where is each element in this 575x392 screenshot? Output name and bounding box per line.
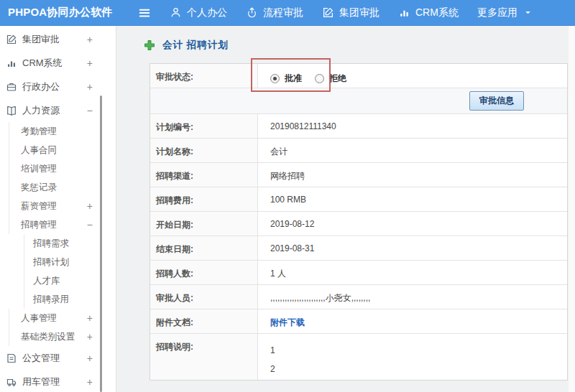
nav-item-label: 集团审批 <box>339 6 380 19</box>
radio-option-拒绝[interactable]: 拒绝 <box>315 73 346 85</box>
expand-toggle-icon[interactable]: + <box>87 34 93 45</box>
field-value: 20190812111340 <box>258 114 567 138</box>
page-title: 会计 招聘计划 <box>144 39 229 52</box>
sidebar-item-label: 行政办公 <box>22 80 60 93</box>
field-label: 招聘渠道: <box>150 163 258 187</box>
field-value: 12 <box>258 334 567 380</box>
description-line: 1 <box>270 341 567 360</box>
radio-label: 批准 <box>285 73 302 85</box>
table-row-status: 审批状态: 批准拒绝 <box>150 64 567 88</box>
expand-toggle-icon[interactable]: + <box>87 81 93 93</box>
edit-icon <box>6 34 17 45</box>
field-value: 附件下载 <box>258 309 567 333</box>
radio-unselected-icon[interactable] <box>315 74 324 83</box>
sidebar-item-行政办公[interactable]: 行政办公+ <box>0 75 116 98</box>
top-nav: 个人办公流程审批集团审批CRM系统更多应用 <box>170 6 551 19</box>
field-label: 审批状态: <box>150 64 258 88</box>
page-title-text: 会计 招聘计划 <box>162 39 229 52</box>
sidebar-item-label: 人力资源 <box>22 104 60 117</box>
add-icon <box>144 39 155 51</box>
approval-info-button[interactable]: 审批信息 <box>469 91 524 111</box>
field-value: 2019-08-31 <box>258 236 567 260</box>
sidebar-item-公文管理[interactable]: 公文管理+ <box>0 346 116 370</box>
sidebar-item-label: 招聘需求 <box>33 238 69 250</box>
nav-item-label: 更多应用 <box>477 6 518 19</box>
field-value: ,,,,,,,,,,,,,,,,,,,,,,,小尧女,,,,,,,, <box>258 285 567 309</box>
expand-toggle-icon[interactable]: + <box>87 353 93 364</box>
truck-icon <box>6 376 17 388</box>
app-header: PHPOA协同办公软件 个人办公流程审批集团审批CRM系统更多应用 <box>0 0 575 26</box>
book-icon <box>6 105 17 116</box>
description-line: 2 <box>270 360 567 378</box>
doc-icon <box>6 353 17 364</box>
sidebar-item-label: 招聘计划 <box>33 256 69 269</box>
field-value: 会计 <box>258 139 567 162</box>
table-row: 招聘渠道:网络招聘 <box>150 163 567 187</box>
sidebar-scrollbar[interactable] <box>100 95 102 392</box>
menu-icon[interactable] <box>135 6 154 20</box>
page-scrollbar[interactable] <box>569 26 575 392</box>
table-row: 招聘说明:12 <box>150 334 567 380</box>
expand-toggle-icon[interactable]: + <box>87 376 93 388</box>
expand-toggle-icon[interactable]: + <box>87 331 93 342</box>
sidebar-item-用车管理[interactable]: 用车管理+ <box>0 370 116 392</box>
field-label: 附件文档: <box>150 309 258 333</box>
sidebar-item-集团审批[interactable]: 集团审批+ <box>0 27 116 51</box>
expand-toggle-icon[interactable]: + <box>87 312 93 324</box>
sidebar-item-label: 考勤管理 <box>21 126 57 138</box>
edit-icon <box>322 6 334 19</box>
chart-icon <box>398 6 410 19</box>
recruit-plan-form: 审批状态: 批准拒绝 审批信息 计划编号:20190812111340计划名称:… <box>150 63 568 381</box>
briefcase-icon <box>6 81 17 93</box>
sidebar-item-CRM系统[interactable]: CRM系统+ <box>0 51 116 75</box>
sidebar-item-label: 人才库 <box>33 275 60 287</box>
nav-item-user[interactable]: 个人办公 <box>170 6 227 19</box>
nav-item-flow[interactable]: 流程审批 <box>246 6 303 19</box>
table-row: 计划编号:20190812111340 <box>150 114 567 139</box>
caret-down-icon <box>523 8 533 17</box>
nav-item-chart[interactable]: CRM系统 <box>398 6 459 19</box>
expand-toggle-icon[interactable]: − <box>87 105 93 116</box>
nav-item-edit[interactable]: 集团审批 <box>322 6 380 19</box>
sidebar-item-label: 薪资管理 <box>21 200 57 213</box>
expand-toggle-icon[interactable]: + <box>87 200 93 212</box>
nav-item-caret[interactable]: 更多应用 <box>477 6 533 19</box>
flow-icon <box>246 6 258 19</box>
radio-option-批准[interactable]: 批准 <box>270 73 302 85</box>
table-row: 结束日期:2019-08-31 <box>150 236 567 261</box>
field-value: 2019-08-12 <box>258 212 567 235</box>
nav-item-label: CRM系统 <box>415 6 459 19</box>
sidebar-item-label: 奖惩记录 <box>21 182 57 194</box>
sidebar-item-label: 公文管理 <box>22 352 60 365</box>
field-value: 1 人 <box>258 261 567 284</box>
table-row: 计划名称:会计 <box>150 139 567 163</box>
field-label: 计划编号: <box>150 114 258 138</box>
expand-toggle-icon[interactable]: − <box>87 219 93 230</box>
table-row: 附件文档:附件下载 <box>150 309 567 334</box>
field-label: 招聘费用: <box>150 187 258 211</box>
radio-label: 拒绝 <box>329 73 346 85</box>
sidebar-item-label: 人事合同 <box>21 144 57 157</box>
field-value: 100 RMB <box>258 187 567 211</box>
table-row: 审批人员:,,,,,,,,,,,,,,,,,,,,,,,小尧女,,,,,,,, <box>150 285 567 309</box>
table-row-actions: 审批信息 <box>150 88 567 114</box>
radio-selected-icon[interactable] <box>270 74 280 83</box>
table-row: 开始日期:2019-08-12 <box>150 212 567 236</box>
approval-status-group: 批准拒绝 <box>258 64 567 88</box>
sidebar-item-label: 招聘管理 <box>21 219 57 231</box>
sidebar-item-label: CRM系统 <box>22 57 63 70</box>
app-logo: PHPOA协同办公软件 <box>0 6 135 19</box>
table-row: 招聘人数:1 人 <box>150 261 567 285</box>
table-row: 招聘费用:100 RMB <box>150 187 567 212</box>
sidebar-item-label: 人事管理 <box>21 312 57 325</box>
sidebar-item-人力资源[interactable]: 人力资源− <box>0 98 116 122</box>
sidebar-item-label: 培训管理 <box>21 163 57 175</box>
expand-toggle-icon[interactable]: + <box>87 57 93 69</box>
sidebar-item-label: 用车管理 <box>22 375 60 388</box>
chart-icon <box>6 57 17 69</box>
sidebar-item-label: 招聘录用 <box>33 294 69 306</box>
field-label: 审批人员: <box>150 285 258 309</box>
field-value: 网络招聘 <box>258 163 567 187</box>
field-label: 结束日期: <box>150 236 258 260</box>
attachment-download-link[interactable]: 附件下载 <box>270 317 305 327</box>
